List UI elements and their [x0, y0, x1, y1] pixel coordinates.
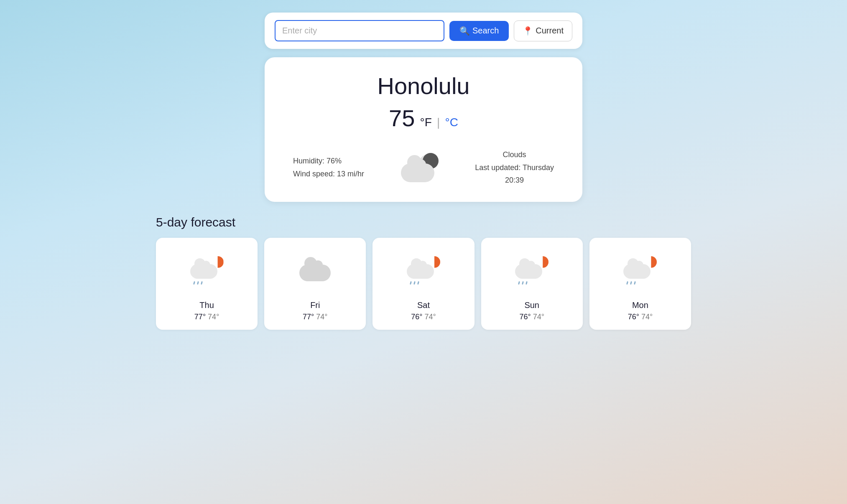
forecast-icon-area: [407, 246, 440, 294]
rain-cloud: [515, 264, 542, 279]
forecast-day-label: Thu: [199, 300, 214, 310]
cloud-shape: [401, 163, 434, 182]
forecast-grid: Thu 77° 74° Fri 77° 74°: [156, 238, 691, 330]
weather-details: Humidity: 76% Wind speed: 13 mi/hr Cloud…: [285, 148, 562, 187]
forecast-low: 74°: [533, 313, 544, 321]
weather-condition-icon: [401, 153, 439, 182]
last-updated-label: Last updated: Thursday: [475, 161, 554, 174]
raindrop: [526, 281, 528, 285]
pin-icon: 📍: [523, 26, 533, 36]
rain-sun-icon: [515, 255, 549, 285]
weather-condition-text: Clouds Last updated: Thursday 20:39: [475, 148, 554, 187]
forecast-high: 76°: [411, 313, 422, 321]
rain-cloud: [190, 264, 217, 279]
current-weather-card: Honolulu 75 °F | °C Humidity: 76% Wind s…: [265, 57, 582, 202]
forecast-low: 74°: [641, 313, 653, 321]
search-button-label: Search: [472, 26, 499, 36]
current-location-button[interactable]: 📍 Current: [514, 20, 572, 41]
unit-celsius[interactable]: °C: [445, 116, 458, 129]
forecast-section: 5-day forecast Thu 77° 74°: [131, 215, 716, 330]
rain-sun-icon: [623, 255, 657, 285]
forecast-card: Mon 76° 74°: [589, 238, 691, 330]
unit-fahrenheit[interactable]: °F: [420, 116, 432, 129]
raindrop: [522, 281, 524, 285]
forecast-temperatures: 77° 74°: [194, 313, 219, 321]
rain-drops: [518, 281, 527, 285]
raindrop: [413, 281, 416, 285]
raindrop: [417, 281, 419, 285]
search-input[interactable]: [275, 20, 444, 41]
forecast-icon-area: [515, 246, 549, 294]
forecast-day-label: Sat: [417, 300, 430, 310]
rain-sun-icon: [190, 255, 224, 285]
forecast-low: 74°: [425, 313, 436, 321]
raindrop: [197, 281, 199, 285]
forecast-temperatures: 76° 74°: [519, 313, 544, 321]
temperature-display: 75 °F | °C: [285, 104, 562, 132]
rain-drops: [410, 281, 419, 285]
forecast-title: 5-day forecast: [156, 215, 691, 229]
forecast-day-label: Fri: [310, 300, 320, 310]
forecast-icon-area: [623, 246, 657, 294]
search-icon: 🔍: [459, 26, 470, 36]
forecast-temperatures: 76° 74°: [628, 313, 653, 321]
rain-cloud: [623, 264, 651, 279]
raindrop: [410, 281, 412, 285]
raindrop: [193, 281, 195, 285]
raindrop: [634, 281, 636, 285]
forecast-card: Fri 77° 74°: [264, 238, 366, 330]
rain-cloud: [407, 264, 434, 279]
search-container: 🔍 Search 📍 Current: [265, 13, 582, 49]
current-button-label: Current: [536, 26, 564, 36]
forecast-temperatures: 77° 74°: [303, 313, 327, 321]
unit-separator: |: [437, 116, 440, 129]
search-button[interactable]: 🔍 Search: [449, 21, 509, 41]
humidity-label: Humidity: 76%: [293, 155, 364, 168]
forecast-low: 74°: [208, 313, 219, 321]
cloudy-night-icon: [401, 153, 439, 182]
forecast-high: 77°: [194, 313, 206, 321]
rain-sun-icon: [407, 255, 440, 285]
condition-label: Clouds: [475, 148, 554, 161]
raindrop: [518, 281, 520, 285]
cloud: [299, 265, 331, 281]
cloud-only-icon: [299, 258, 331, 281]
raindrop: [201, 281, 203, 285]
forecast-day-label: Mon: [632, 300, 648, 310]
forecast-card: Sun 76° 74°: [481, 238, 583, 330]
forecast-low: 74°: [316, 313, 327, 321]
temperature-value: 75: [389, 105, 415, 131]
forecast-high: 77°: [303, 313, 314, 321]
raindrop: [626, 281, 628, 285]
forecast-card: Sat 76° 74°: [372, 238, 474, 330]
rain-drops: [627, 281, 635, 285]
last-updated-time: 20:39: [475, 174, 554, 187]
raindrop: [630, 281, 632, 285]
forecast-high: 76°: [628, 313, 639, 321]
forecast-temperatures: 76° 74°: [411, 313, 436, 321]
forecast-icon-area: [299, 246, 331, 294]
rain-drops: [194, 281, 202, 285]
weather-stats: Humidity: 76% Wind speed: 13 mi/hr: [293, 155, 364, 180]
wind-speed-label: Wind speed: 13 mi/hr: [293, 168, 364, 181]
forecast-card: Thu 77° 74°: [156, 238, 258, 330]
forecast-day-label: Sun: [524, 300, 539, 310]
forecast-high: 76°: [519, 313, 531, 321]
city-name: Honolulu: [285, 72, 562, 99]
forecast-icon-area: [190, 246, 224, 294]
